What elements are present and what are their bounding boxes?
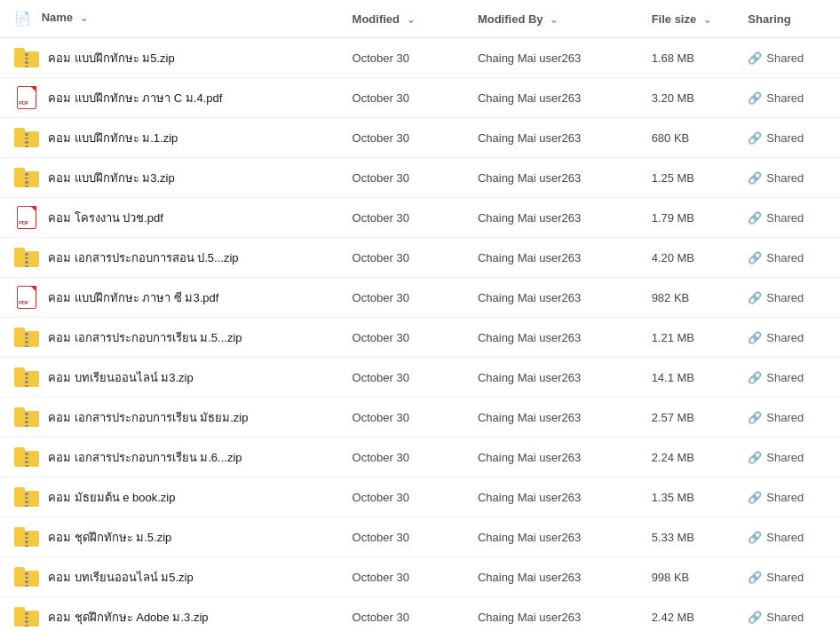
file-modified-by: Chaing Mai user263 — [464, 118, 638, 158]
file-modified-by: Chaing Mai user263 — [464, 278, 638, 318]
share-icon: 🔗 — [748, 371, 762, 384]
file-name-text: คอม ชุดฝึกทักษะ ม.5.zip — [48, 528, 171, 547]
file-sharing: 🔗Shared — [733, 158, 840, 198]
file-size: 3.20 MB — [638, 78, 734, 118]
table-row[interactable]: คอม มัธยมต้น e book.zipOctober 30Chaing … — [0, 477, 840, 517]
table-row[interactable]: คอม แบบฝึกทักษะ ม.1.zipOctober 30Chaing … — [0, 118, 840, 158]
file-modified: October 30 — [338, 318, 464, 358]
pdf-icon: PDF — [14, 87, 39, 108]
table-row[interactable]: คอม ชุดฝึกทักษะ Adobe ม.3.zipOctober 30C… — [0, 597, 840, 632]
share-label: Shared — [766, 51, 804, 65]
file-name-cell-6: คอม เอกสารประกอบการสอน ป.5...zip — [0, 238, 338, 278]
file-size: 1.21 MB — [638, 318, 734, 358]
file-name-cell-12: คอม มัธยมต้น e book.zip — [0, 477, 338, 517]
file-sharing: 🔗Shared — [733, 118, 840, 158]
table-row[interactable]: คอม ชุดฝึกทักษะ ม.5.zipOctober 30Chaing … — [0, 517, 840, 557]
share-label: Shared — [766, 611, 804, 624]
file-size: 1.68 MB — [638, 38, 734, 78]
file-modified-by: Chaing Mai user263 — [464, 477, 638, 517]
col-header-modified[interactable]: Modified ⌄ — [338, 0, 464, 38]
file-name-cell-5: PDF คอม โครงงาน ปวช.pdf — [0, 198, 338, 238]
file-size: 2.57 MB — [638, 398, 734, 438]
file-name-text: คอม โครงงาน ปวช.pdf — [48, 209, 163, 227]
share-label: Shared — [766, 171, 804, 185]
file-modified-by: Chaing Mai user263 — [464, 198, 638, 238]
col-header-name[interactable]: 📄 Name ⌄ — [0, 0, 338, 38]
share-label: Shared — [766, 531, 804, 544]
file-size: 2.42 MB — [638, 597, 734, 632]
zip-icon — [14, 167, 39, 188]
file-modified: October 30 — [338, 597, 464, 632]
share-label: Shared — [766, 91, 804, 105]
file-name-cell-9: คอม บทเรียนออนไลน์ ม3.zip — [0, 358, 338, 398]
file-size: 982 KB — [638, 278, 734, 318]
file-name-cell-13: คอม ชุดฝึกทักษะ ม.5.zip — [0, 517, 338, 557]
share-icon: 🔗 — [748, 611, 762, 624]
file-name-cell-3: คอม แบบฝึกทักษะ ม.1.zip — [0, 118, 338, 158]
file-size: 4.20 MB — [638, 238, 734, 278]
zip-icon — [14, 47, 39, 68]
share-label: Shared — [766, 331, 804, 344]
col-header-modified-by[interactable]: Modified By ⌄ — [464, 0, 638, 38]
file-size: 1.35 MB — [638, 477, 734, 517]
col-header-file-size[interactable]: File size ⌄ — [638, 0, 734, 38]
table-row[interactable]: คอม เอกสารประกอบการเรียน ม.6...zipOctobe… — [0, 438, 840, 477]
table-row[interactable]: PDF คอม แบบฝึกทักษะ ภาษา C ม.4.pdfOctobe… — [0, 78, 840, 118]
table-row[interactable]: คอม เอกสารประกอบการเรียน ม.5...zipOctobe… — [0, 318, 840, 358]
modified-sort-icon[interactable]: ⌄ — [407, 14, 415, 26]
file-modified-by: Chaing Mai user263 — [464, 78, 638, 118]
share-icon: 🔗 — [748, 91, 762, 105]
file-name-cell-14: คอม บทเรียนออนไลน์ ม5.zip — [0, 557, 338, 597]
zip-icon — [14, 127, 39, 148]
table-row[interactable]: PDF คอม โครงงาน ปวช.pdfOctober 30Chaing … — [0, 198, 840, 238]
file-modified-by: Chaing Mai user263 — [464, 358, 638, 398]
file-name-text: คอม เอกสารประกอบการสอน ป.5...zip — [48, 248, 239, 267]
file-sharing: 🔗Shared — [733, 238, 840, 278]
share-icon: 🔗 — [748, 251, 762, 264]
share-label: Shared — [766, 251, 804, 264]
file-sharing: 🔗Shared — [733, 38, 840, 78]
share-icon: 🔗 — [748, 131, 762, 145]
table-row[interactable]: คอม บทเรียนออนไลน์ ม3.zipOctober 30Chain… — [0, 358, 840, 398]
zip-icon — [14, 327, 39, 348]
file-name-cell-1: คอม แบบฝึกทักษะ ม5.zip — [0, 38, 338, 78]
file-name-text: คอม เอกสารประกอบการเรียน มัธยม.zip — [48, 408, 248, 427]
table-row[interactable]: คอม เอกสารประกอบการสอน ป.5...zipOctober … — [0, 238, 840, 278]
zip-icon — [14, 566, 39, 588]
file-modified: October 30 — [338, 278, 464, 318]
file-modified: October 30 — [338, 198, 464, 238]
share-icon: 🔗 — [748, 411, 762, 424]
share-icon: 🔗 — [748, 331, 762, 344]
table-row[interactable]: คอม แบบฝึกทักษะ ม5.zipOctober 30Chaing M… — [0, 38, 840, 78]
table-row[interactable]: คอม แบบฝึกทักษะ ม3.zipOctober 30Chaing M… — [0, 158, 840, 198]
pdf-icon: PDF — [14, 207, 39, 228]
file-name-text: คอม แบบฝึกทักษะ ม.1.zip — [48, 129, 178, 147]
table-row[interactable]: PDF คอม แบบฝึกทักษะ ภาษา ซี ม3.pdfOctobe… — [0, 278, 840, 318]
file-modified-by: Chaing Mai user263 — [464, 158, 638, 198]
file-name-cell-4: คอม แบบฝึกทักษะ ม3.zip — [0, 158, 338, 198]
name-sort-icon[interactable]: ⌄ — [80, 12, 88, 24]
zip-icon — [14, 446, 39, 468]
file-size: 1.79 MB — [638, 198, 734, 238]
zip-icon — [14, 486, 39, 508]
share-label: Shared — [766, 571, 804, 584]
file-name-cell-8: คอม เอกสารประกอบการเรียน ม.5...zip — [0, 318, 338, 358]
share-label: Shared — [766, 411, 804, 424]
file-sharing: 🔗Shared — [733, 477, 840, 517]
file-name-text: คอม บทเรียนออนไลน์ ม5.zip — [48, 568, 194, 587]
file-size: 998 KB — [638, 557, 734, 597]
file-name-text: คอม บทเรียนออนไลน์ ม3.zip — [48, 368, 194, 387]
share-label: Shared — [766, 451, 804, 464]
share-label: Shared — [766, 131, 804, 145]
zip-icon — [14, 526, 39, 548]
share-label: Shared — [766, 371, 804, 384]
modby-sort-icon[interactable]: ⌄ — [550, 14, 558, 26]
size-sort-icon[interactable]: ⌄ — [703, 14, 711, 26]
table-row[interactable]: คอม บทเรียนออนไลน์ ม5.zipOctober 30Chain… — [0, 557, 840, 597]
table-row[interactable]: คอม เอกสารประกอบการเรียน มัธยม.zipOctobe… — [0, 398, 840, 438]
file-modified: October 30 — [338, 38, 464, 78]
file-modified: October 30 — [338, 398, 464, 438]
file-name-cell-2: PDF คอม แบบฝึกทักษะ ภาษา C ม.4.pdf — [0, 78, 338, 118]
pdf-icon: PDF — [14, 287, 39, 308]
file-modified: October 30 — [338, 118, 464, 158]
